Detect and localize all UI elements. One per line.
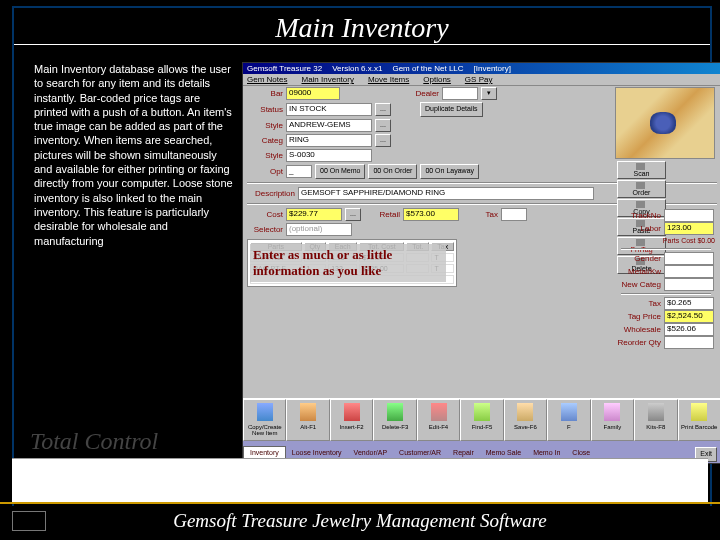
tab-customer-ar[interactable]: Customer/AR <box>393 447 447 458</box>
style-label: Style <box>247 121 283 130</box>
titlebar: Gemsoft Treasure 32 Version 6.x.x1 Gem o… <box>243 63 720 74</box>
style2-field[interactable]: S-0030 <box>286 149 372 162</box>
tb-alt-f1[interactable]: Alt-F1 <box>286 399 329 441</box>
bar-label: Bar <box>247 89 283 98</box>
trackno-label: TrackNo <box>617 211 661 220</box>
dup-details-button[interactable]: Duplicate Details <box>420 102 483 117</box>
status-label: Status <box>247 105 283 114</box>
newcateg-label: New Categ <box>617 280 661 289</box>
wholesale-field[interactable]: $526.06 <box>664 323 714 336</box>
dealer-label: Dealer <box>403 89 439 98</box>
style-dots-button[interactable]: ... <box>375 119 391 132</box>
page-title: Main Inventory <box>14 8 710 45</box>
tb-copy-create[interactable]: Copy/Create New Item <box>243 399 286 441</box>
menu-main-inventory[interactable]: Main Inventory <box>301 75 353 84</box>
tax-label: Tax <box>462 210 498 219</box>
dealer-dots-button[interactable]: ▾ <box>481 87 497 100</box>
tb-insert[interactable]: Insert-F2 <box>330 399 373 441</box>
tab-memo-sale[interactable]: Memo Sale <box>480 447 527 458</box>
selector-field[interactable]: (optional) <box>286 223 352 236</box>
tb-edit[interactable]: Edit-F4 <box>417 399 460 441</box>
metalkw-field[interactable] <box>664 265 714 278</box>
tagprice-label: Tag Price <box>617 312 661 321</box>
tab-close[interactable]: Close <box>566 447 596 458</box>
tb-kits[interactable]: Kits-F8 <box>634 399 677 441</box>
metalkw-label: Metal/Kw <box>617 267 661 276</box>
menu-move-items[interactable]: Move Items <box>368 75 409 84</box>
app-context: [Inventory] <box>474 64 511 73</box>
white-gap <box>12 458 708 504</box>
tagprice-field[interactable]: $2,524.50 <box>664 310 714 323</box>
menu-options[interactable]: Options <box>423 75 451 84</box>
gender-field[interactable] <box>664 252 714 265</box>
tab-vendor-ap[interactable]: Vendor/AP <box>348 447 393 458</box>
tb-save[interactable]: Save-F6 <box>504 399 547 441</box>
categ-dots-button[interactable]: ... <box>375 134 391 147</box>
on-order-button[interactable]: 00 On Order <box>368 164 417 179</box>
app-version: Version 6.x.x1 <box>332 64 382 73</box>
retail-label: Retail <box>364 210 400 219</box>
parts-cost-text: Parts Cost $0.00 <box>617 235 715 246</box>
dealer-field[interactable] <box>442 87 478 100</box>
callout-text: Enter as much or as little information a… <box>250 244 446 282</box>
tab-repair[interactable]: Repair <box>447 447 480 458</box>
status-dots-button[interactable]: ... <box>375 103 391 116</box>
tb-delete[interactable]: Delete-F3 <box>373 399 416 441</box>
categ-field[interactable]: RING <box>286 134 372 147</box>
description-field[interactable]: GEMSOFT SAPPHIRE/DIAMOND RING <box>298 187 594 200</box>
categ-label: Categ <box>247 136 283 145</box>
on-memo-button[interactable]: 00 On Memo <box>315 164 365 179</box>
style-field[interactable]: ANDREW-GEMS <box>286 119 372 132</box>
trackno-field[interactable] <box>664 209 714 222</box>
cost-label: Cost <box>247 210 283 219</box>
menu-gspay[interactable]: GS Pay <box>465 75 493 84</box>
opt-label: Opt <box>247 167 283 176</box>
tb-find[interactable]: Find-F5 <box>460 399 503 441</box>
newcateg-field[interactable] <box>664 278 714 291</box>
tax-field[interactable] <box>501 208 527 221</box>
bar-field[interactable]: 09000 <box>286 87 340 100</box>
subtitle-text: Total Control <box>30 428 158 455</box>
scan-button[interactable]: Scan <box>617 161 666 179</box>
opt-field[interactable]: _ <box>286 165 312 178</box>
toolbar: Copy/Create New Item Alt-F1 Insert-F2 De… <box>243 398 720 441</box>
right-panel: TrackNo Labor123.00 Parts Cost $0.00 Gen… <box>617 209 715 349</box>
selector-label: Selector <box>247 225 283 234</box>
gender-label: Gender <box>617 254 661 263</box>
tax2-field[interactable]: $0.265 <box>664 297 714 310</box>
tax2-label: Tax <box>617 299 661 308</box>
tb-print-barcode[interactable]: Print Barcode <box>678 399 720 441</box>
cost-dots-button[interactable]: ... <box>345 208 361 221</box>
tab-memo-in[interactable]: Memo In <box>527 447 566 458</box>
tb-family[interactable]: Family <box>591 399 634 441</box>
on-layaway-button[interactable]: 00 On Layaway <box>420 164 479 179</box>
status-field[interactable]: IN STOCK <box>286 103 372 116</box>
description-text: Main Inventory database allows the user … <box>34 62 234 248</box>
labor-field[interactable]: 123.00 <box>664 222 714 235</box>
reorderqty-label: Reorder Qty <box>617 338 661 347</box>
app-company: Gem of the Net LLC <box>392 64 463 73</box>
tab-loose-inventory[interactable]: Loose Inventory <box>286 447 348 458</box>
tb-f[interactable]: F <box>547 399 590 441</box>
menubar: Gem Notes Main Inventory Move Items Opti… <box>243 74 720 86</box>
description-label: Description <box>247 189 295 198</box>
labor-label: Labor <box>617 224 661 233</box>
cost-field[interactable]: $229.77 <box>286 208 342 221</box>
retail-field[interactable]: $573.00 <box>403 208 459 221</box>
style2-label: Style <box>247 151 283 160</box>
order-button[interactable]: Order <box>617 180 666 198</box>
app-name: Gemsoft Treasure 32 <box>247 64 322 73</box>
tab-inventory[interactable]: Inventory <box>243 446 286 458</box>
reorderqty-field[interactable] <box>664 336 714 349</box>
item-photo <box>615 87 715 159</box>
footer-text: Gemsoft Treasure Jewelry Management Soft… <box>0 508 720 540</box>
menu-gemnotes[interactable]: Gem Notes <box>247 75 287 84</box>
wholesale-label: Wholesale <box>617 325 661 334</box>
